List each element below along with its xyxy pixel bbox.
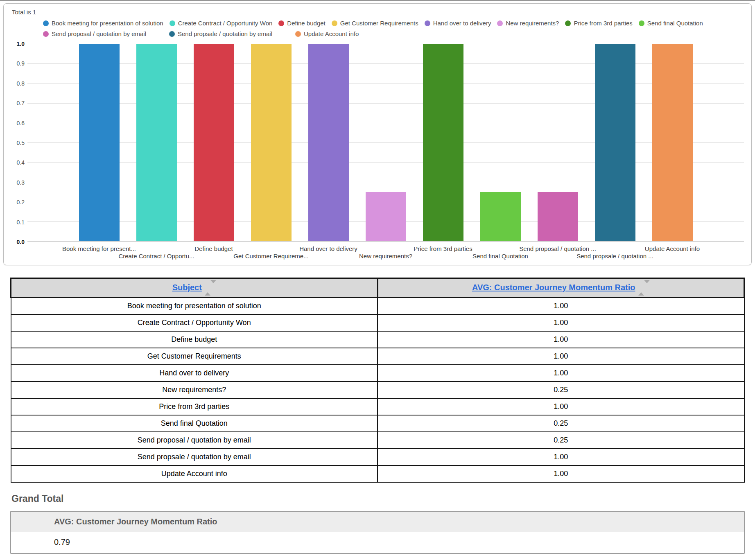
legend-item[interactable]: Create Contract / Opportunity Won bbox=[170, 20, 273, 27]
legend-color-dot-icon bbox=[497, 20, 503, 26]
legend-item-label: Price from 3rd parties bbox=[574, 20, 632, 27]
grand-total-box: AVG: Customer Journey Momentum Ratio 0.7… bbox=[10, 511, 745, 554]
subject-cell: Hand over to delivery bbox=[11, 365, 378, 382]
x-axis-label: Send final Quotation bbox=[472, 253, 528, 260]
legend-color-dot-icon bbox=[169, 31, 175, 37]
bar-slot bbox=[472, 44, 529, 241]
legend-item[interactable]: Get Customer Requirements bbox=[332, 20, 418, 27]
chart-total-caption: Total is 1 bbox=[12, 9, 747, 16]
legend-item[interactable]: Send proposal / quotation by email bbox=[43, 30, 146, 37]
legend-item[interactable]: Price from 3rd parties bbox=[565, 20, 632, 27]
legend-item-label: Create Contract / Opportunity Won bbox=[178, 20, 273, 27]
legend-item-label: Send final Quotation bbox=[647, 20, 703, 27]
legend-item[interactable]: Hand over to delivery bbox=[425, 20, 491, 27]
legend-item[interactable]: Send final Quotation bbox=[639, 20, 703, 27]
y-tick-label: 0.9 bbox=[17, 61, 25, 66]
x-axis-slot: Update Account info bbox=[644, 242, 701, 262]
x-axis-label: Price from 3rd parties bbox=[414, 245, 472, 252]
y-tick-label: 0.5 bbox=[17, 140, 25, 146]
x-axis-slot: New requirements? bbox=[357, 242, 414, 262]
bar[interactable] bbox=[423, 44, 463, 241]
y-tick-label: 0.7 bbox=[17, 100, 25, 106]
x-axis-label: Hand over to delivery bbox=[299, 245, 357, 252]
avg-ratio-cell: 0.25 bbox=[378, 415, 744, 432]
x-axis-label: Send propsale / quotation ... bbox=[576, 253, 653, 260]
avg-ratio-cell: 0.25 bbox=[378, 432, 744, 449]
chart-panel: Total is 1 Book meeting for presentation… bbox=[3, 3, 752, 265]
legend-color-dot-icon bbox=[170, 20, 175, 26]
subject-cell: Send proposal / quotation by email bbox=[11, 432, 378, 449]
x-axis: Book meeting for present...Create Contra… bbox=[27, 242, 744, 262]
plot-area bbox=[27, 44, 744, 242]
legend-item[interactable]: Define budget bbox=[278, 20, 325, 27]
subject-cell: Get Customer Requirements bbox=[11, 348, 378, 365]
x-axis-label: Create Contract / Opportu... bbox=[118, 253, 194, 260]
bar[interactable] bbox=[652, 44, 693, 241]
x-axis-slot: Send propsale / quotation ... bbox=[586, 242, 644, 262]
x-axis-slot: Hand over to delivery bbox=[300, 242, 357, 262]
legend-row-2: Send proposal / quotation by emailSend p… bbox=[43, 30, 747, 37]
legend-item-label: Hand over to delivery bbox=[433, 20, 491, 27]
gridline bbox=[27, 241, 744, 242]
subject-sort-link[interactable]: Subject bbox=[172, 283, 202, 292]
legend-color-dot-icon bbox=[425, 20, 430, 26]
bar[interactable] bbox=[595, 44, 635, 241]
legend-color-dot-icon bbox=[565, 20, 571, 26]
x-axis-label: New requirements? bbox=[359, 253, 412, 260]
y-axis: 1.00.90.80.70.60.50.40.30.20.10.0 bbox=[9, 44, 27, 242]
table-header-row: Subject AVG: Customer Journey Momentum R… bbox=[11, 278, 744, 298]
sort-icon[interactable] bbox=[638, 283, 650, 293]
subject-cell: Update Account info bbox=[11, 465, 378, 482]
bar[interactable] bbox=[538, 192, 578, 242]
table-row: Send propsale / quotation by email1.00 bbox=[11, 449, 744, 465]
table-row: Send proposal / quotation by email0.25 bbox=[11, 432, 744, 449]
bar-slot bbox=[300, 44, 357, 241]
legend-item[interactable]: New requirements? bbox=[497, 20, 559, 27]
bar[interactable] bbox=[136, 44, 177, 241]
x-axis-label: Book meeting for present... bbox=[62, 245, 136, 252]
legend-item[interactable]: Send propsale / quotation by email bbox=[169, 30, 272, 37]
legend-item-label: Get Customer Requirements bbox=[340, 20, 418, 27]
bar[interactable] bbox=[366, 192, 406, 242]
avg-ratio-sort-link[interactable]: AVG: Customer Journey Momentum Ratio bbox=[472, 283, 635, 292]
avg-ratio-cell: 1.00 bbox=[378, 449, 744, 465]
bar[interactable] bbox=[480, 192, 521, 242]
legend-color-dot-icon bbox=[278, 20, 284, 26]
table-row: Hand over to delivery1.00 bbox=[11, 365, 744, 382]
x-axis-label: Send proposal / quotation ... bbox=[519, 245, 596, 252]
y-tick-label: 0.0 bbox=[17, 239, 25, 245]
table-row: Price from 3rd parties1.00 bbox=[11, 398, 744, 415]
table-row: Create Contract / Opportunity Won1.00 bbox=[11, 314, 744, 331]
legend-item[interactable]: Book meeting for presentation of solutio… bbox=[43, 20, 163, 27]
y-tick-label: 1.0 bbox=[17, 41, 25, 47]
y-tick-label: 0.6 bbox=[17, 120, 25, 126]
legend-item-label: Define budget bbox=[287, 20, 325, 27]
legend-item[interactable]: Update Account info bbox=[295, 30, 359, 37]
column-header-avg-ratio: AVG: Customer Journey Momentum Ratio bbox=[378, 278, 744, 298]
legend-color-dot-icon bbox=[295, 31, 301, 37]
x-axis-slot: Create Contract / Opportu... bbox=[128, 242, 185, 262]
bars-container bbox=[27, 44, 744, 241]
bar[interactable] bbox=[194, 44, 234, 241]
legend-item-label: Book meeting for presentation of solutio… bbox=[52, 20, 163, 27]
chart-legend: Book meeting for presentation of solutio… bbox=[43, 20, 747, 37]
bar-slot bbox=[644, 44, 701, 241]
y-tick-label: 0.4 bbox=[17, 160, 25, 165]
bar-slot bbox=[586, 44, 644, 241]
y-tick-label: 0.1 bbox=[17, 219, 25, 225]
y-tick-label: 0.8 bbox=[17, 81, 25, 86]
legend-color-dot-icon bbox=[639, 20, 644, 26]
bar[interactable] bbox=[79, 44, 120, 241]
subject-cell: Send final Quotation bbox=[11, 415, 378, 432]
bar-slot bbox=[185, 44, 242, 241]
table-row: Update Account info1.00 bbox=[11, 465, 744, 482]
sort-icon[interactable] bbox=[205, 283, 216, 293]
bar[interactable] bbox=[251, 44, 292, 241]
legend-item-label: Send proposal / quotation by email bbox=[52, 30, 146, 37]
chart-body: 1.00.90.80.70.60.50.40.30.20.10.0 bbox=[9, 44, 747, 242]
x-axis-label: Define budget bbox=[194, 245, 233, 252]
subject-cell: Book meeting for presentation of solutio… bbox=[11, 298, 378, 314]
bar[interactable] bbox=[308, 44, 349, 241]
table-row: Define budget1.00 bbox=[11, 331, 744, 348]
legend-item-label: Send propsale / quotation by email bbox=[178, 30, 272, 37]
